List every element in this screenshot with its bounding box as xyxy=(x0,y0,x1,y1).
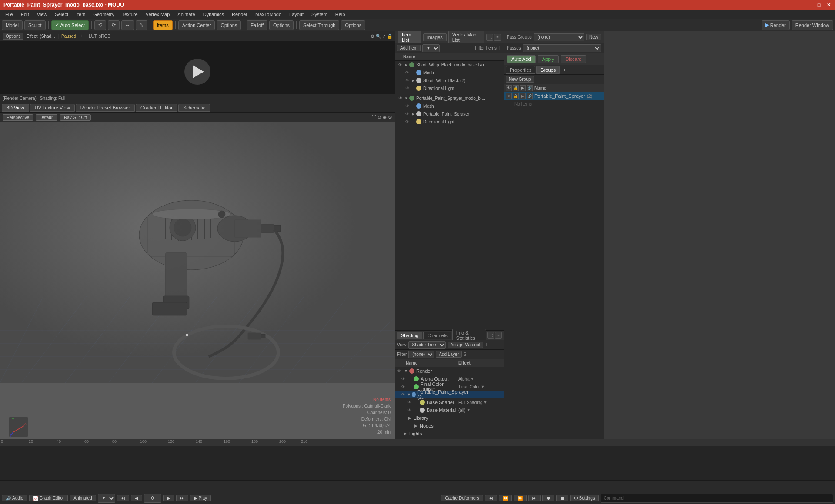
panel2-settings-icon[interactable]: ≡ xyxy=(495,332,502,339)
lock-icon[interactable]: 🔒 xyxy=(513,93,519,99)
render-icon[interactable]: ▶ xyxy=(520,93,526,99)
auto-select-button[interactable]: ✓ Auto Select xyxy=(51,20,89,30)
eye-icon[interactable]: 👁 xyxy=(407,408,414,412)
export-icon[interactable]: ↗ xyxy=(382,34,386,39)
eye-icon[interactable]: 👁 xyxy=(404,77,410,83)
tab-images[interactable]: Images xyxy=(423,33,447,41)
transform-btn-2[interactable]: ⟳ xyxy=(108,20,120,30)
play-button[interactable] xyxy=(184,59,210,85)
panel-settings-icon[interactable]: ≡ xyxy=(494,34,501,41)
command-bar[interactable]: Command xyxy=(601,494,833,503)
shading-tree[interactable]: 👁 ▼ Render 👁 ▶ Alpha Output Alpha xyxy=(395,367,504,439)
timeline-content[interactable] xyxy=(0,446,835,480)
options-button-3[interactable]: Options xyxy=(341,20,365,30)
item-tree[interactable]: 👁 ▶ Short_Whip_Black_modo_base.lxo 👁 ▶ M… xyxy=(395,61,504,330)
falloff-button[interactable]: Falloff xyxy=(247,20,267,30)
tab-channels[interactable]: Channels xyxy=(423,332,451,339)
play-button-sb[interactable]: ▶ Play xyxy=(190,495,211,501)
eye-icon[interactable]: 👁 xyxy=(404,70,410,76)
transport-2[interactable]: ⏪ xyxy=(499,495,512,501)
expand2-icon[interactable]: ⛶ xyxy=(487,332,494,339)
add-item-button[interactable]: Add Item xyxy=(397,45,421,51)
menu-animate[interactable]: Animate xyxy=(174,11,198,18)
add-viewport-tab[interactable]: + xyxy=(211,104,219,111)
tab-gradient-editor[interactable]: Gradient Editor xyxy=(136,104,177,112)
tab-uv-texture-view[interactable]: UV Texture View xyxy=(30,104,75,112)
menu-system[interactable]: System xyxy=(308,11,331,18)
tree-item-swb[interactable]: 👁 ▶ Short_Whip_Black (2) xyxy=(395,76,504,84)
transport-4[interactable]: ⏭ xyxy=(528,495,541,501)
add-item-dropdown[interactable]: ▼ xyxy=(422,44,440,52)
transform-btn-1[interactable]: ⟲ xyxy=(94,20,106,30)
tree-item-dl1[interactable]: 👁 ▶ Directional Light xyxy=(395,84,504,92)
transform-btn-3[interactable]: ↔ xyxy=(121,20,134,30)
expand-icon[interactable]: ⛶ xyxy=(486,34,493,41)
menu-render[interactable]: Render xyxy=(228,11,251,18)
next-frame-button[interactable]: ▶ xyxy=(163,495,174,501)
menu-item[interactable]: Item xyxy=(73,11,89,18)
eye-icon[interactable]: 👁 xyxy=(404,103,410,109)
menu-dynamics[interactable]: Dynamics xyxy=(200,11,227,18)
passes-dropdown[interactable]: (none) xyxy=(523,44,601,52)
tab-properties[interactable]: Properties xyxy=(506,66,535,74)
action-center-button[interactable]: Action Center xyxy=(178,20,215,30)
settings-button[interactable]: ⚙ Settings xyxy=(570,495,599,501)
tab-groups[interactable]: Groups xyxy=(536,66,560,74)
shader-item-lights[interactable]: 👁 ▶ Lights xyxy=(395,430,504,438)
tree-item-lxo1[interactable]: 👁 ▶ Short_Whip_Black_modo_base.lxo xyxy=(395,61,504,69)
transport-1[interactable]: ⏮ xyxy=(485,495,497,501)
settings2-icon[interactable]: ⚙ xyxy=(388,115,392,120)
select-through-button[interactable]: Select Through xyxy=(299,20,339,30)
perspective-button[interactable]: Perspective xyxy=(3,114,33,121)
menu-help[interactable]: Help xyxy=(332,11,349,18)
transform-btn-4[interactable]: ⤡ xyxy=(136,20,147,30)
eye-icon[interactable]: 👁 xyxy=(404,85,410,91)
tree-item-mesh2[interactable]: 👁 ▶ Mesh xyxy=(395,102,504,110)
items-button[interactable]: Items xyxy=(153,20,173,30)
shader-item-base-material[interactable]: 👁 ▶ Base Material (all) ▼ xyxy=(395,406,504,414)
eye-icon[interactable]: 👁 xyxy=(506,93,512,99)
default-button[interactable]: Default xyxy=(36,114,57,121)
shader-item-pps[interactable]: 👁 ▼ Portable_Paint_Sprayer (2... xyxy=(395,391,504,398)
transport-5[interactable]: ⏺ xyxy=(542,495,554,501)
filter-dropdown[interactable]: (none) xyxy=(408,351,434,358)
view-dropdown[interactable]: Shader Tree xyxy=(408,341,446,349)
tree-item-dl2[interactable]: 👁 ▶ Directional Light xyxy=(395,118,504,126)
menu-layout[interactable]: Layout xyxy=(286,11,307,18)
jump-end-button[interactable]: ⏭ xyxy=(176,495,188,501)
menu-view[interactable]: View xyxy=(33,11,51,18)
shader-item-library[interactable]: 👁 ▶ Library xyxy=(395,414,504,422)
tab-shading[interactable]: Shading xyxy=(397,332,422,339)
graph-editor-button[interactable]: 📈 Graph Editor xyxy=(29,495,68,501)
tab-info-statistics[interactable]: Info & Statistics xyxy=(452,329,486,342)
eye-icon[interactable]: 👁 xyxy=(397,62,403,68)
tab-render-preset-browser[interactable]: Render Preset Browser xyxy=(76,104,135,112)
discard-button[interactable]: Discard xyxy=(561,55,586,63)
shader-item-base-shader[interactable]: 👁 ▶ Base Shader Full Shading ▼ xyxy=(395,398,504,406)
current-frame-input[interactable] xyxy=(144,494,161,503)
tab-item-list[interactable]: Item List xyxy=(398,31,421,44)
eye-icon[interactable]: 👁 xyxy=(404,119,410,125)
auto-add-button[interactable]: Auto Add xyxy=(507,55,536,63)
audio-button[interactable]: 🔊 Audio xyxy=(2,495,27,501)
transport-6[interactable]: ⏹ xyxy=(556,495,568,501)
groups-tree[interactable]: 👁 🔒 ▶ 🔗 Portable_Paint_Sprayer (2) No It… xyxy=(504,92,604,439)
new-button[interactable]: New xyxy=(586,34,601,40)
menu-max-to-modo[interactable]: MaxToModo xyxy=(252,11,285,18)
recenter-icon[interactable]: ⊕ xyxy=(383,115,387,120)
maximize-button[interactable]: □ xyxy=(816,2,822,8)
tab-vertex-map-list[interactable]: Vertex Map List xyxy=(448,31,484,44)
new-group-button[interactable]: New Group xyxy=(506,76,534,83)
cache-deformers-button[interactable]: Cache Deformers xyxy=(441,495,483,501)
menu-geometry[interactable]: Geometry xyxy=(90,11,117,18)
render-button[interactable]: ▶ Render xyxy=(762,20,790,30)
ray-gl-button[interactable]: Ray GL: Off xyxy=(60,114,91,121)
tree-item-lxo2[interactable]: 👁 ▼ Portable_Paint_Sprayer_modo_b ... xyxy=(395,94,504,102)
eye-icon[interactable]: 👁 xyxy=(397,95,403,101)
zoom-icon[interactable]: 🔍 xyxy=(376,34,381,39)
settings-icon[interactable]: ⚙ xyxy=(371,34,374,39)
menu-file[interactable]: File xyxy=(2,11,17,18)
menu-edit[interactable]: Edit xyxy=(17,11,33,18)
menu-select[interactable]: Select xyxy=(51,11,72,18)
lock-icon[interactable]: 🔒 xyxy=(387,34,392,39)
